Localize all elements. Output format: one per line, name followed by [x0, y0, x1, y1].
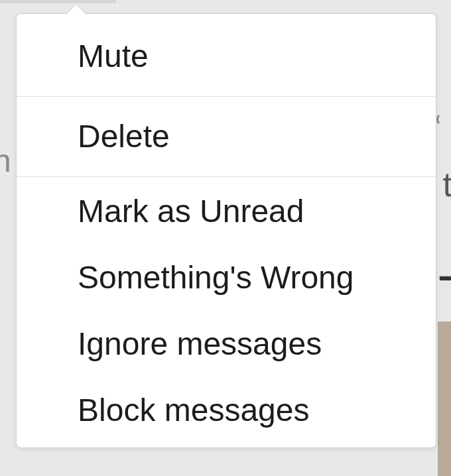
background-fragment: t	[443, 164, 451, 204]
menu-item-label: Ignore messages	[78, 326, 322, 361]
background-fragment	[0, 0, 116, 3]
menu-item-label: Mark as Unread	[78, 194, 304, 229]
menu-item-label: Mute	[78, 38, 149, 74]
menu-item-somethings-wrong[interactable]: Something's Wrong	[17, 245, 436, 311]
menu-item-label: Delete	[78, 119, 170, 154]
menu-item-delete[interactable]: Delete	[17, 98, 436, 175]
menu-item-mute[interactable]: Mute	[17, 18, 436, 95]
menu-item-label: Block messages	[78, 392, 309, 428]
menu-item-label: Something's Wrong	[78, 260, 354, 295]
menu-item-block-messages[interactable]: Block messages	[17, 377, 436, 444]
menu-item-mark-unread[interactable]: Mark as Unread	[17, 178, 436, 245]
menu-pointer	[66, 5, 87, 15]
menu-divider	[17, 176, 436, 177]
background-fragment	[436, 113, 450, 126]
background-fragment: n	[0, 143, 11, 179]
conversation-options-menu: Mute Delete Mark as Unread Something's W…	[16, 13, 436, 448]
menu-divider	[17, 96, 436, 97]
background-fragment: -	[437, 244, 451, 305]
background-fragment	[438, 322, 451, 476]
menu-item-ignore-messages[interactable]: Ignore messages	[17, 311, 436, 377]
